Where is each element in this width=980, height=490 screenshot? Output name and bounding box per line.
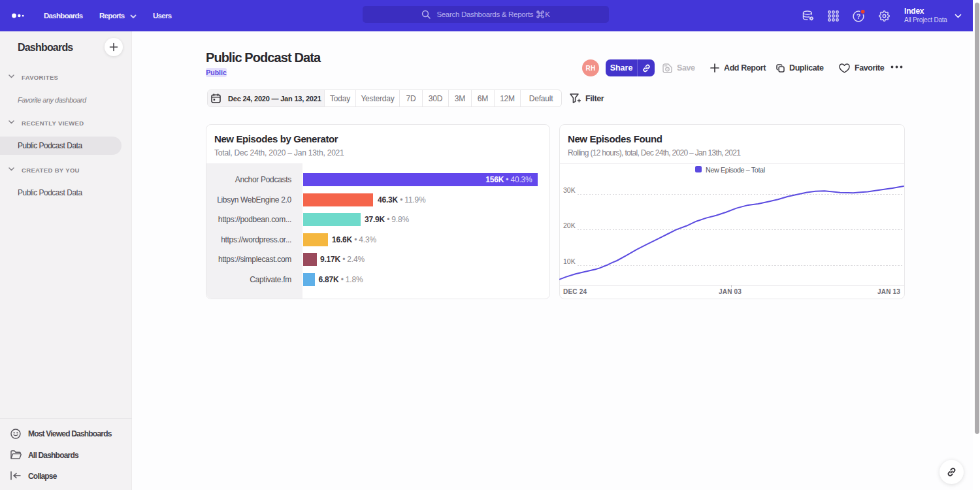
svg-text:?: ? [857,12,860,20]
